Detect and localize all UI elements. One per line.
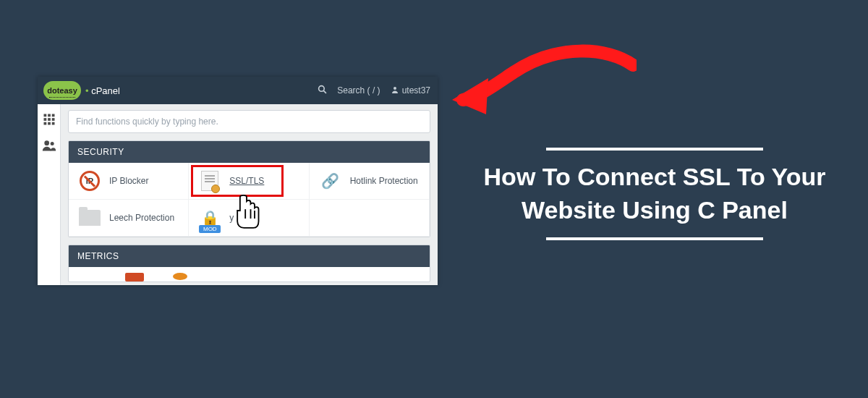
item-hotlink[interactable]: Hotlink Protection	[310, 163, 430, 200]
ip-blocker-label: IP Blocker	[109, 176, 148, 186]
main-area: Find functions quickly by typing here. S…	[61, 104, 438, 285]
find-input[interactable]: Find functions quickly by typing here.	[68, 110, 430, 133]
page-title-block: How To Connect SSL To Your Website Using…	[477, 137, 832, 250]
svg-rect-4	[48, 114, 51, 117]
user-menu[interactable]: utest37	[391, 85, 430, 96]
svg-point-0	[319, 86, 325, 92]
body-row: Find functions quickly by typing here. S…	[38, 104, 438, 285]
hotlink-icon	[318, 170, 343, 192]
item-ip-blocker[interactable]: IP IP Blocker	[69, 163, 189, 200]
item-leech[interactable]: Leech Protection	[69, 200, 189, 237]
metrics-stub-1	[77, 273, 96, 281]
metrics-section: METRICS	[68, 245, 430, 282]
user-icon	[391, 85, 399, 96]
top-bar: doteasy cPanel Search ( / ) utest37	[38, 77, 438, 104]
logo[interactable]: doteasy cPanel	[38, 81, 120, 100]
metrics-stub-3	[173, 273, 187, 280]
search-placeholder[interactable]: Search ( / )	[337, 85, 380, 96]
svg-rect-3	[43, 114, 46, 117]
title-rule-bottom	[546, 237, 763, 240]
sidebar	[38, 104, 61, 285]
find-placeholder: Find functions quickly by typing here.	[76, 117, 218, 127]
svg-rect-7	[48, 118, 51, 121]
svg-point-12	[44, 140, 49, 145]
svg-rect-10	[48, 122, 51, 125]
hotlink-label: Hotlink Protection	[350, 176, 418, 186]
metrics-body	[69, 267, 430, 281]
leech-label: Leech Protection	[109, 213, 174, 223]
page-title: How To Connect SSL To Your Website Using…	[477, 161, 832, 227]
leech-icon	[77, 207, 102, 229]
search-icon[interactable]	[318, 85, 327, 96]
security-header[interactable]: SECURITY	[69, 141, 430, 163]
title-rule-top	[546, 148, 763, 151]
home-grid-icon[interactable]	[41, 111, 57, 127]
svg-point-13	[50, 142, 54, 145]
ssl-cert-icon	[197, 170, 222, 192]
product-label: cPanel	[85, 85, 120, 96]
modsecurity-icon: MOD	[197, 207, 222, 229]
svg-line-1	[323, 90, 326, 93]
username: utest37	[402, 85, 430, 96]
metrics-header[interactable]: METRICS	[69, 245, 430, 267]
svg-rect-6	[43, 118, 46, 121]
item-ssl-tls[interactable]: SSL/TLS	[189, 163, 309, 200]
modsecurity-label: y	[229, 213, 234, 223]
ssl-tls-label: SSL/TLS	[229, 176, 264, 186]
security-section: SECURITY IP IP Blocker SSL/TLS	[68, 140, 430, 237]
mod-badge: MOD	[199, 225, 221, 233]
ip-blocker-icon: IP	[77, 170, 102, 192]
item-modsecurity[interactable]: MOD y	[189, 200, 309, 237]
svg-rect-5	[51, 114, 54, 117]
item-empty	[310, 200, 430, 237]
cpanel-window: doteasy cPanel Search ( / ) utest37	[38, 77, 438, 285]
svg-rect-9	[43, 122, 46, 125]
metrics-stub-2	[125, 273, 144, 281]
svg-rect-8	[51, 118, 54, 121]
logo-badge: doteasy	[43, 81, 81, 100]
arrow-icon	[448, 43, 637, 123]
users-icon[interactable]	[41, 137, 57, 153]
svg-rect-11	[51, 122, 54, 125]
svg-point-2	[393, 87, 396, 90]
